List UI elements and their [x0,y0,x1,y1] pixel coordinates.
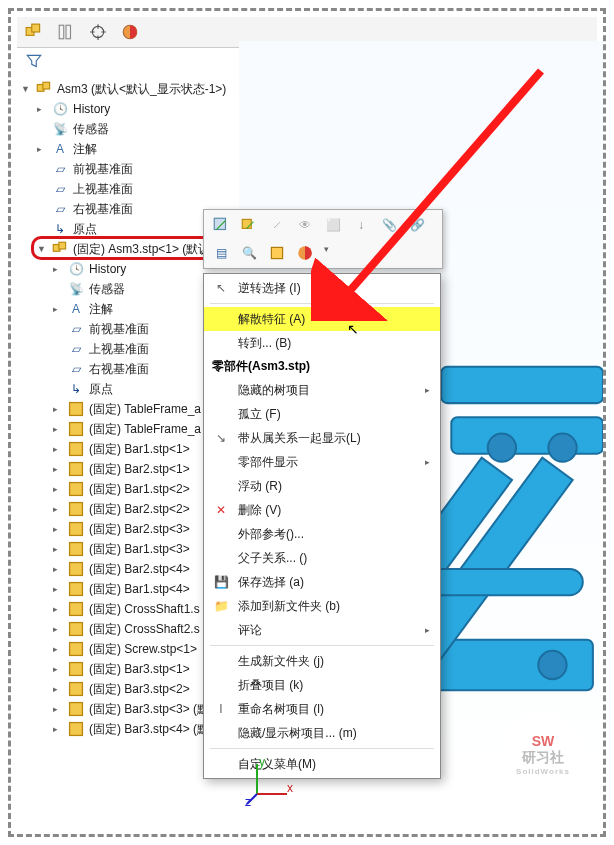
svg-rect-22 [70,643,83,656]
part-icon [67,600,85,618]
svg-rect-15 [70,503,83,516]
menu-parent-child[interactable]: 父子关系... () [204,546,440,570]
menu-save-selection[interactable]: 💾保存选择 (a) [204,570,440,594]
svg-rect-17 [70,543,83,556]
menu-component-display[interactable]: 零部件显示▸ [204,450,440,474]
menu-hide-show-tree[interactable]: 隐藏/显示树项目... (m) [204,721,440,745]
history-icon: 🕓 [51,100,69,118]
svg-rect-12 [70,443,83,456]
part-icon [67,640,85,658]
svg-point-31 [488,433,516,461]
anno-icon: A [67,300,85,318]
menu-goto[interactable]: 转到... (B) [204,331,440,355]
appearance-icon[interactable] [121,23,139,41]
funnel-icon[interactable] [25,52,43,70]
svg-rect-24 [70,683,83,696]
plane-icon: ▱ [51,200,69,218]
context-menu: ↖逆转选择 (I) 解散特征 (A) 转到... (B) 零部件(Asm3.st… [203,273,441,779]
part-icon [67,460,85,478]
view-triad: y x z [245,756,295,806]
part-icon [67,480,85,498]
svg-rect-1 [32,24,40,32]
zoom-icon[interactable]: 🔍 [240,244,258,262]
svg-text:x: x [287,781,293,795]
assembly-icon [35,80,53,98]
svg-point-32 [548,433,576,461]
svg-rect-25 [70,703,83,716]
svg-rect-19 [70,583,83,596]
svg-rect-20 [70,603,83,616]
part-icon [67,700,85,718]
menu-isolate[interactable]: 孤立 (F) [204,402,440,426]
menu-add-to-folder[interactable]: 📁添加到新文件夹 (b) [204,594,440,618]
svg-rect-13 [70,463,83,476]
svg-text:z: z [245,795,251,806]
svg-rect-18 [70,563,83,576]
part-icon [67,500,85,518]
menu-external-refs[interactable]: 外部参考()... [204,522,440,546]
plane-icon: ▱ [67,320,85,338]
part-icon [67,660,85,678]
assembly-icon [51,240,69,258]
svg-rect-36 [242,219,251,228]
sensor-icon: 📡 [67,280,85,298]
chevron-right-icon: ▸ [425,453,430,471]
properties-icon[interactable]: ▤ [212,244,230,262]
origin-icon: ↳ [67,380,85,398]
plane-icon: ▱ [51,180,69,198]
root-label: Asm3 (默认<默认_显示状态-1>) [57,81,226,98]
menu-hidden-tree-items[interactable]: 隐藏的树项目▸ [204,378,440,402]
svg-rect-29 [441,367,603,403]
target-icon[interactable] [89,23,107,41]
menu-invert-selection[interactable]: ↖逆转选择 (I) [204,276,440,300]
watermark: SW 研习社 SolidWorks [503,714,583,794]
menu-delete[interactable]: ✕删除 (V) [204,498,440,522]
edit-part-icon[interactable] [212,216,230,234]
menu-comment[interactable]: 评论▸ [204,618,440,642]
mate-icon[interactable]: 📎 [380,216,398,234]
open-part-icon[interactable] [240,216,258,234]
svg-rect-2 [59,25,64,39]
menu-section-header: 零部件(Asm3.stp) [204,355,440,378]
rename-icon: I [212,700,230,718]
part-icon [67,400,85,418]
folder-icon: 📁 [212,597,230,615]
history-icon: 🕓 [67,260,85,278]
menu-new-folder[interactable]: 生成新文件夹 (j) [204,649,440,673]
menu-separator [210,645,434,646]
save-icon: 💾 [212,573,230,591]
menu-customize[interactable]: 自定义菜单(M) [204,752,440,776]
cursor-icon: ↖ [212,279,230,297]
svg-text:y: y [259,756,265,769]
svg-rect-26 [70,723,83,736]
svg-point-34 [538,651,566,679]
transparency-icon[interactable]: ⬜ [324,216,342,234]
menu-show-with-dependents[interactable]: ↘带从属关系一起显示(L) [204,426,440,450]
menu-float[interactable]: 浮动 (R) [204,474,440,498]
fix-icon[interactable]: ↓ [352,216,370,234]
part-icon [67,720,85,738]
menu-rename[interactable]: I重命名树项目 (l) [204,697,440,721]
assembly-icon[interactable] [25,23,43,41]
plane-icon: ▱ [67,360,85,378]
sensor-icon: 📡 [51,120,69,138]
hide-icon[interactable]: ⟋ [268,216,286,234]
part-icon [67,580,85,598]
svg-rect-16 [70,523,83,536]
chevron-right-icon: ▸ [425,621,430,639]
svg-rect-37 [271,247,282,258]
show-icon[interactable]: 👁 [296,216,314,234]
svg-rect-9 [59,242,66,249]
suppress-icon[interactable]: 🔗 [408,216,426,234]
svg-rect-35 [214,218,225,229]
part-icon [67,540,85,558]
isolate-icon[interactable] [268,244,286,262]
plane-icon: ▱ [67,340,85,358]
menu-collapse[interactable]: 折叠项目 (k) [204,673,440,697]
part-icon [67,680,85,698]
menu-dissolve-feature[interactable]: 解散特征 (A) [204,307,440,331]
menu-separator [210,303,434,304]
part-icon [67,560,85,578]
appearance-icon[interactable] [296,244,314,262]
config-icon[interactable] [57,23,75,41]
